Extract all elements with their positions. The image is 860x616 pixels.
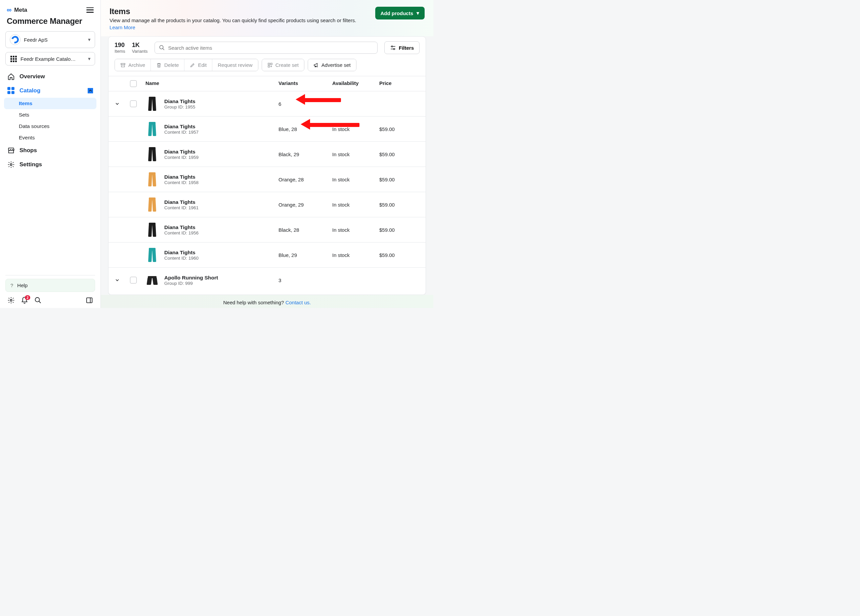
- learn-more-link[interactable]: Learn More: [110, 25, 135, 30]
- svg-rect-10: [268, 66, 270, 67]
- sidebar-item-label: Items: [19, 100, 33, 106]
- search-input-wrap[interactable]: [155, 42, 378, 54]
- select-all-checkbox[interactable]: [130, 80, 137, 87]
- help-footer: Need help with something? Contact us.: [101, 295, 433, 308]
- btn-label: Request review: [218, 62, 252, 68]
- search-input[interactable]: [168, 45, 373, 51]
- stat-value: 1K: [132, 42, 148, 49]
- account-name: Feedr ApS: [24, 37, 48, 43]
- col-name: Name: [146, 80, 278, 87]
- nav-settings[interactable]: Settings: [4, 158, 96, 172]
- filters-label: Filters: [399, 45, 414, 51]
- btn-label: Archive: [128, 62, 145, 68]
- notification-count: 2: [25, 295, 30, 300]
- stat-label: Items: [115, 49, 125, 54]
- product-id: Content ID: 1956: [164, 230, 199, 235]
- svg-point-6: [393, 49, 395, 50]
- chevron-down-icon: [115, 101, 120, 107]
- product-name: Diana Tights: [164, 224, 199, 230]
- table-row[interactable]: Apollo Running ShortGroup ID: 9993: [108, 267, 425, 293]
- nav-label: Settings: [19, 161, 42, 168]
- gear-icon[interactable]: [7, 296, 15, 304]
- row-checkbox[interactable]: [130, 277, 137, 284]
- create-set-button[interactable]: Create set: [262, 59, 304, 71]
- account-picker[interactable]: Feedr ApS ▾: [5, 31, 95, 48]
- variants-cell: Black, 28: [278, 227, 332, 233]
- price-cell: $59.00: [379, 227, 420, 233]
- sidebar-item-sets[interactable]: Sets: [4, 109, 96, 121]
- home-icon: [7, 73, 15, 80]
- product-id: Content ID: 1958: [164, 180, 199, 185]
- edit-button[interactable]: Edit: [184, 59, 212, 71]
- catalog-picker-label: Feedr Example Catalog (600…: [20, 56, 78, 62]
- catalog-picker[interactable]: Feedr Example Catalog (600… ▾: [5, 52, 95, 66]
- stat-label: Variants: [132, 49, 148, 54]
- sidebar-item-data-sources[interactable]: Data sources: [4, 121, 96, 132]
- add-products-button[interactable]: Add products ▾: [375, 7, 425, 19]
- items-panel: 190 Items 1K Variants Filters: [108, 36, 426, 295]
- add-products-label: Add products: [381, 10, 414, 16]
- product-name: Apollo Running Short: [164, 275, 218, 281]
- help-button[interactable]: ? Help: [5, 279, 95, 292]
- search-icon[interactable]: [34, 296, 42, 304]
- nav-catalog[interactable]: Catalog: [4, 84, 96, 98]
- pencil-icon: [190, 63, 195, 68]
- megaphone-icon: [314, 63, 319, 68]
- archive-button[interactable]: Archive: [115, 59, 151, 71]
- stat-items: 190 Items: [115, 42, 125, 54]
- notifications-button[interactable]: 2: [21, 296, 28, 304]
- request-review-button[interactable]: Request review: [212, 59, 258, 71]
- chevron-down-icon: ▾: [417, 10, 419, 16]
- page-title: Items: [110, 7, 369, 16]
- variants-cell: 3: [278, 277, 332, 283]
- name-cell: Diana TightsContent ID: 1958: [146, 172, 278, 187]
- table-row[interactable]: Diana TightsContent ID: 1957Blue, 28In s…: [108, 116, 425, 141]
- product-name: Diana Tights: [164, 199, 199, 205]
- help-label: Help: [17, 282, 28, 288]
- sidebar-item-events[interactable]: Events: [4, 132, 96, 143]
- expand-toggle[interactable]: [115, 277, 130, 283]
- grid-plus-icon: [267, 63, 273, 68]
- price-cell: $59.00: [379, 202, 420, 208]
- advertise-set-button[interactable]: Advertise set: [308, 59, 356, 71]
- nav-label: Overview: [19, 73, 45, 80]
- col-availability: Availability: [332, 80, 379, 87]
- expand-toggle[interactable]: [115, 101, 130, 107]
- variants-cell: Blue, 28: [278, 126, 332, 132]
- gear-icon: [7, 161, 15, 168]
- nav-label: Shops: [19, 147, 37, 154]
- delete-button[interactable]: Delete: [151, 59, 184, 71]
- main: Items View and manage all the products i…: [101, 0, 433, 308]
- svg-rect-3: [87, 298, 93, 303]
- table-row[interactable]: Diana TightsGroup ID: 19556: [108, 91, 425, 116]
- chevron-down-icon: ▾: [88, 37, 91, 43]
- nav-label: Catalog: [19, 87, 40, 94]
- filters-button[interactable]: Filters: [384, 41, 420, 54]
- table-row[interactable]: Diana TightsContent ID: 1958Orange, 28In…: [108, 166, 425, 192]
- table-row[interactable]: Diana TightsContent ID: 1961Orange, 29In…: [108, 192, 425, 217]
- product-name: Diana Tights: [164, 174, 199, 180]
- availability-cell: In stock: [332, 152, 379, 157]
- price-cell: $59.00: [379, 252, 420, 258]
- contact-us-link[interactable]: Contact us.: [286, 299, 311, 305]
- nav-shops[interactable]: Shops: [4, 143, 96, 158]
- product-name: Diana Tights: [164, 124, 199, 130]
- product-thumbnail: [146, 222, 159, 237]
- product-id: Content ID: 1960: [164, 255, 199, 261]
- table-row[interactable]: Diana TightsContent ID: 1960Blue, 29In s…: [108, 242, 425, 267]
- sidebar-item-items[interactable]: Items: [4, 98, 96, 109]
- grid-icon: [10, 55, 17, 63]
- chevron-down-icon: [115, 277, 120, 283]
- product-thumbnail: [146, 121, 159, 137]
- page-description: View and manage all the products in your…: [110, 17, 369, 31]
- table-body: Diana TightsGroup ID: 19556Diana TightsC…: [108, 91, 425, 295]
- panel-toggle-icon[interactable]: [86, 296, 93, 304]
- availability-cell: In stock: [332, 177, 379, 182]
- table-row[interactable]: Diana TightsContent ID: 1959Black, 29In …: [108, 141, 425, 166]
- hamburger-icon[interactable]: [86, 6, 94, 14]
- row-checkbox[interactable]: [130, 100, 137, 107]
- footer-text: Need help with something?: [223, 299, 286, 305]
- nav-overview[interactable]: Overview: [4, 69, 96, 84]
- name-cell: Diana TightsContent ID: 1959: [146, 146, 278, 162]
- table-row[interactable]: Diana TightsContent ID: 1956Black, 28In …: [108, 217, 425, 242]
